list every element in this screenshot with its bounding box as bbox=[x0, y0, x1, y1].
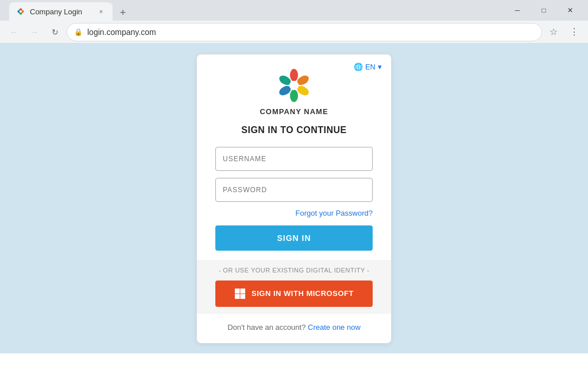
password-input[interactable] bbox=[215, 178, 373, 202]
reload-button[interactable]: ↻ bbox=[46, 23, 64, 41]
lock-icon: 🔒 bbox=[74, 28, 83, 36]
signin-title: SIGN IN TO CONTINUE bbox=[215, 125, 373, 135]
no-account-text: Don't have an account? bbox=[227, 323, 305, 332]
microsoft-icon bbox=[234, 288, 246, 299]
svg-rect-13 bbox=[241, 288, 246, 293]
tab-bar: Company Login × + bbox=[5, 0, 504, 21]
new-tab-button[interactable]: + bbox=[115, 5, 131, 21]
window-controls: ─ □ ✕ bbox=[504, 0, 583, 21]
microsoft-button-label: SIGN IN WITH MICROSOFT bbox=[252, 289, 354, 298]
microsoft-sign-in-button[interactable]: SIGN IN WITH MICROSOFT bbox=[215, 280, 373, 307]
svg-point-4 bbox=[20, 10, 22, 13]
login-card: 🌐 EN ▾ COMPANY N bbox=[196, 54, 392, 344]
url-display: login.company.com bbox=[87, 28, 535, 37]
svg-rect-15 bbox=[241, 294, 246, 299]
title-bar: Company Login × + ─ □ ✕ bbox=[0, 0, 588, 21]
lang-label: EN bbox=[365, 63, 376, 71]
svg-rect-14 bbox=[235, 294, 240, 299]
bookmark-button[interactable]: ☆ bbox=[544, 23, 563, 41]
minimize-button[interactable]: ─ bbox=[504, 0, 531, 21]
divider-section: - OR USE YOUR EXISTING DIGITAL IDENTITY … bbox=[197, 260, 391, 314]
forward-button[interactable]: → bbox=[25, 23, 44, 41]
logo-container: COMPANY NAME bbox=[215, 68, 373, 116]
browser-chrome: Company Login × + ─ □ ✕ ← → ↻ 🔒 login.co… bbox=[0, 0, 588, 44]
language-selector[interactable]: 🌐 EN ▾ bbox=[354, 63, 382, 71]
svg-point-5 bbox=[290, 69, 298, 81]
browser-tab[interactable]: Company Login × bbox=[9, 2, 113, 21]
svg-point-11 bbox=[289, 81, 299, 90]
svg-rect-12 bbox=[235, 288, 240, 293]
chevron-down-icon: ▾ bbox=[378, 63, 382, 71]
company-name: COMPANY NAME bbox=[260, 107, 328, 116]
forgot-password-link[interactable]: Forgot your Password? bbox=[215, 209, 373, 217]
tab-close-button[interactable]: × bbox=[96, 7, 106, 16]
divider-text: - OR USE YOUR EXISTING DIGITAL IDENTITY … bbox=[215, 267, 373, 274]
create-account-link[interactable]: Create one now bbox=[308, 323, 361, 332]
back-button[interactable]: ← bbox=[5, 23, 23, 41]
globe-icon: 🌐 bbox=[354, 63, 363, 71]
footer-text: Don't have an account? Create one now bbox=[215, 314, 373, 332]
username-input[interactable] bbox=[215, 147, 373, 171]
sign-in-button[interactable]: SIGN IN bbox=[215, 225, 373, 251]
tab-title: Company Login bbox=[30, 7, 92, 16]
maximize-button[interactable]: □ bbox=[531, 0, 557, 21]
company-logo bbox=[277, 68, 311, 103]
close-button[interactable]: ✕ bbox=[557, 0, 583, 21]
browser-menu-button[interactable]: ⋮ bbox=[565, 23, 583, 41]
address-bar[interactable]: 🔒 login.company.com bbox=[67, 23, 542, 41]
tab-favicon bbox=[16, 7, 25, 16]
browser-toolbar: ← → ↻ 🔒 login.company.com ☆ ⋮ bbox=[0, 21, 588, 44]
page-background: 🌐 EN ▾ COMPANY N bbox=[0, 44, 588, 353]
svg-point-8 bbox=[290, 89, 298, 102]
